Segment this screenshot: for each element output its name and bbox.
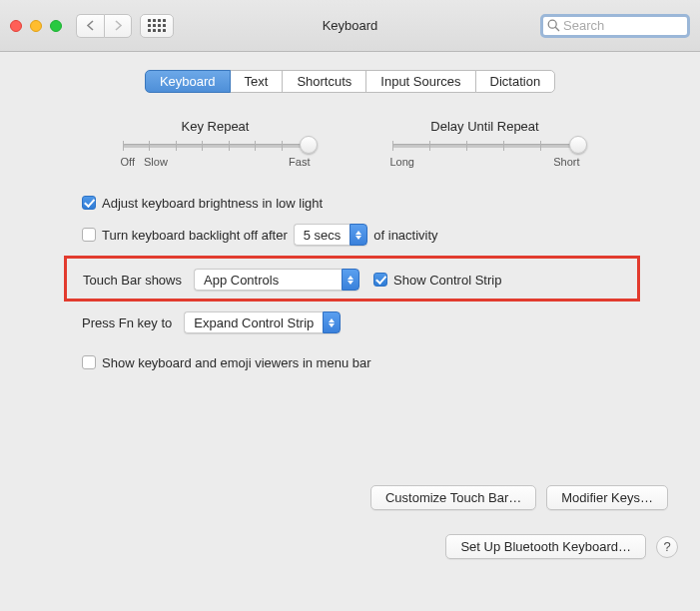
sliders-area: Key Repeat Off Slow Fast Delay Until Rep… [0,119,700,168]
forward-button[interactable] [104,14,132,38]
fn-key-row: Press Fn key to Expand Control Strip [82,311,622,333]
modifier-keys-button[interactable]: Modifier Keys… [546,485,668,510]
tab-bar: Keyboard Text Shortcuts Input Sources Di… [0,70,700,93]
delay-label: Delay Until Repeat [390,119,580,134]
backlight-off-suffix: of inactivity [373,228,437,243]
chevron-updown-icon [342,269,359,291]
key-repeat-slow-label: Slow [144,156,168,168]
button-row-2: Set Up Bluetooth Keyboard… ? [0,534,700,559]
chevron-updown-icon [350,224,367,246]
key-repeat-fast-label: Fast [289,156,310,168]
tab-shortcuts[interactable]: Shortcuts [282,70,366,93]
delay-slider-box: Delay Until Repeat Long Short [390,119,580,168]
back-button[interactable] [76,14,104,38]
zoom-window-button[interactable] [50,20,62,32]
show-all-button[interactable] [140,14,174,38]
search-icon [547,19,560,32]
titlebar: Keyboard [0,0,700,52]
tab-keyboard[interactable]: Keyboard [145,70,231,93]
chevron-updown-icon [323,311,341,333]
show-viewers-row: Show keyboard and emoji viewers in menu … [82,351,622,373]
backlight-timeout-select[interactable]: 5 secs [294,224,368,246]
delay-slider[interactable] [392,144,578,148]
search-field[interactable] [540,14,690,38]
fn-key-label: Press Fn key to [82,315,172,330]
touch-bar-row: Touch Bar shows App Controls Show Contro… [83,269,621,291]
adjust-brightness-checkbox[interactable] [82,196,96,210]
help-button[interactable]: ? [656,536,678,558]
customize-touch-bar-button[interactable]: Customize Touch Bar… [370,485,536,510]
grid-icon [148,19,166,32]
key-repeat-off-label: Off [121,156,135,168]
bluetooth-keyboard-button[interactable]: Set Up Bluetooth Keyboard… [445,534,646,559]
show-control-strip-checkbox[interactable] [373,273,387,287]
delay-short-label: Short [553,156,579,168]
button-row-1: Customize Touch Bar… Modifier Keys… [0,485,700,510]
settings-content: Adjust keyboard brightness in low light … [0,168,700,373]
show-control-strip-label: Show Control Strip [393,273,501,288]
svg-point-0 [548,20,556,28]
touch-bar-label: Touch Bar shows [83,273,182,288]
key-repeat-slider[interactable] [123,144,309,148]
window-controls [10,20,62,32]
tab-dictation[interactable]: Dictation [475,70,556,93]
minimize-window-button[interactable] [30,20,42,32]
search-input[interactable] [563,18,683,33]
nav-buttons [76,14,132,38]
adjust-brightness-row: Adjust keyboard brightness in low light [82,192,622,214]
slider-thumb[interactable] [569,136,587,154]
backlight-off-label: Turn keyboard backlight off after [102,228,288,243]
touch-bar-select[interactable]: App Controls [194,269,359,291]
key-repeat-label: Key Repeat [121,119,311,134]
svg-line-1 [555,27,559,31]
key-repeat-slider-box: Key Repeat Off Slow Fast [121,119,311,168]
adjust-brightness-label: Adjust keyboard brightness in low light [102,196,323,211]
backlight-off-checkbox[interactable] [82,228,96,242]
window-title: Keyboard [323,18,378,33]
slider-thumb[interactable] [300,136,318,154]
close-window-button[interactable] [10,20,22,32]
fn-key-select[interactable]: Expand Control Strip [184,311,341,333]
tab-text[interactable]: Text [230,70,284,93]
delay-long-label: Long [390,156,414,168]
backlight-off-row: Turn keyboard backlight off after 5 secs… [82,224,622,246]
show-viewers-label: Show keyboard and emoji viewers in menu … [102,355,371,370]
show-viewers-checkbox[interactable] [82,355,96,369]
highlight-box: Touch Bar shows App Controls Show Contro… [64,256,640,302]
tab-input-sources[interactable]: Input Sources [365,70,475,93]
